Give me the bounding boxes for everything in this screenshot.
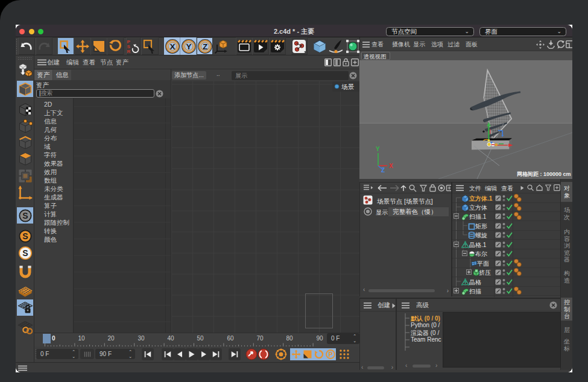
svg-text:透视视图: 透视视图 <box>364 53 387 60</box>
svg-text:S: S <box>22 211 28 221</box>
svg-text:Y: Y <box>376 146 380 152</box>
svg-text:Y: Y <box>186 42 191 51</box>
svg-text:Z: Z <box>381 167 385 174</box>
svg-text:Z: Z <box>202 42 207 51</box>
svg-text:X: X <box>169 42 175 51</box>
svg-text:S: S <box>22 231 28 241</box>
svg-text:P: P <box>328 351 332 358</box>
svg-text:S: S <box>22 248 28 258</box>
svg-text:网格间距 : 100000 cm: 网格间距 : 100000 cm <box>517 171 571 177</box>
svg-text:X: X <box>389 163 393 169</box>
svg-text:R: R <box>127 49 131 54</box>
